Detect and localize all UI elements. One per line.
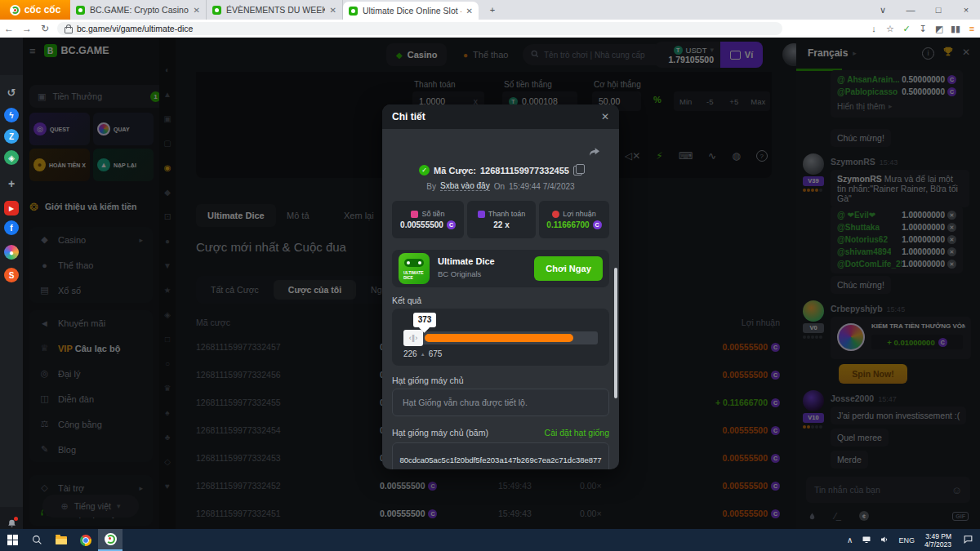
play-now-button[interactable]: Chơi Ngay <box>534 256 603 281</box>
page: ↺ ϟ Z ◈ + ▶ f ● S ≡ B BC.GAME <box>0 38 980 529</box>
bet-id-value: 126811159977332455 <box>480 166 569 176</box>
modal-header: Chi tiết ✕ <box>382 104 619 129</box>
sports-ball-icon[interactable]: ● <box>4 245 19 260</box>
copy-icon[interactable] <box>573 166 582 176</box>
shop-icon[interactable]: S <box>4 268 19 282</box>
reload-icon[interactable]: ↻ <box>36 23 54 34</box>
download-tray-icon[interactable]: ↧ <box>915 24 931 34</box>
taskbar-clock[interactable]: 3:49 PM 4/7/2023 <box>924 532 951 549</box>
extensions-icon[interactable]: ◩ <box>931 24 947 34</box>
windows-taskbar: ∧ ENG 3:49 PM 4/7/2023 <box>0 529 980 551</box>
close-tab-icon[interactable]: ✕ <box>330 6 336 15</box>
bet-id-row: ✓ Mã Cược: 126811159977332455 <box>382 165 619 176</box>
bet-details-modal: Chi tiết ✕ ✓ Mã Cược: 126811159977332455… <box>382 104 619 469</box>
action-center-icon[interactable] <box>963 534 973 546</box>
url-text: bc.game/vi/game/ultimate-dice <box>77 24 193 33</box>
coin-icon: C <box>447 220 456 229</box>
on-label: On <box>494 182 505 191</box>
browser-tab-3-active[interactable]: Ultimate Dice Online Slot - P ✕ <box>343 2 479 20</box>
bookmark-star-icon[interactable]: ☆ <box>882 24 898 34</box>
file-explorer-button[interactable] <box>49 529 74 551</box>
volume-icon[interactable] <box>880 535 889 546</box>
maximize-button[interactable]: □ <box>924 0 952 20</box>
result-box: 373 ‹∥› 226 ▲ 675 <box>392 309 609 366</box>
browser-tab-2[interactable]: ÉVÈNEMENTS DU WEEK-END ✕ <box>207 0 343 20</box>
money-icon <box>411 211 418 218</box>
start-button[interactable] <box>0 529 24 551</box>
browser-tab-1[interactable]: BC.GAME: Crypto Casino Gam ✕ <box>70 0 207 20</box>
url-field[interactable]: bc.game/vi/game/ultimate-dice <box>57 22 782 35</box>
minimize-button[interactable]: — <box>897 0 924 20</box>
bet-meta-row: By Ѕxba vào đây On 15:49:44 7/4/2023 <box>382 181 619 191</box>
bcgame-favicon <box>76 6 85 15</box>
games-icon[interactable]: ◈ <box>4 150 19 165</box>
tray-expand-icon[interactable]: ∧ <box>847 535 853 544</box>
messenger-icon[interactable]: ϟ <box>4 108 19 122</box>
range-tick: ▲ <box>421 352 425 357</box>
server-seed-label: Hạt giống máy chủ <box>392 375 464 385</box>
address-bar: ← → ↻ bc.game/vi/game/ultimate-dice ↓ ☆ … <box>0 20 980 38</box>
bcgame-favicon <box>212 6 221 15</box>
result-label: Kết quả <box>392 295 421 305</box>
lock-icon <box>65 27 73 33</box>
stat-payout: Thanh toán 22 x <box>467 201 536 238</box>
tray-date: 4/7/2023 <box>924 540 951 549</box>
coccoc-side-rail: ↺ ϟ Z ◈ + ▶ f ● S <box>0 75 23 507</box>
stats-icon[interactable]: ▮▮ <box>947 24 964 34</box>
browser-menu-icon[interactable]: ≡ <box>964 24 980 33</box>
card-icon <box>478 211 485 218</box>
taskbar-search-button[interactable] <box>24 529 49 551</box>
network-icon[interactable] <box>862 535 871 546</box>
bet-id-label: Mã Cược: <box>434 166 476 176</box>
tab-search-icon[interactable]: ∨ <box>869 0 897 20</box>
notification-dot <box>14 517 18 521</box>
tray-time: 3:49 PM <box>925 532 951 540</box>
facebook-icon[interactable]: f <box>4 220 19 235</box>
modal-scrollbar[interactable] <box>614 268 617 398</box>
bettor-name[interactable]: Ѕxba vào đây <box>440 181 490 191</box>
forward-icon[interactable]: → <box>18 23 36 34</box>
coccoc-brand-button[interactable]: cốc cốc <box>0 0 70 20</box>
bcgame-favicon <box>349 7 358 16</box>
close-modal-icon[interactable]: ✕ <box>601 111 609 122</box>
browser-tabstrip: cốc cốc BC.GAME: Crypto Casino Gam ✕ ÉVÈ… <box>0 0 980 20</box>
range-values: 226 ▲ 675 <box>403 349 442 358</box>
chrome-button[interactable] <box>74 529 98 551</box>
history-icon[interactable]: ↺ <box>4 85 19 100</box>
stat-profit: Lợi nhuận 0.11666700C <box>539 201 609 238</box>
language-indicator[interactable]: ENG <box>898 536 915 544</box>
coccoc-logo-icon <box>10 5 20 16</box>
seed-settings-link[interactable]: Cài đặt hạt giống <box>545 428 609 438</box>
close-window-button[interactable]: × <box>952 0 980 20</box>
download-icon[interactable]: ↓ <box>866 24 882 33</box>
folder-icon <box>56 536 67 544</box>
result-value-badge: 373 <box>413 313 436 327</box>
coccoc-taskbar-button-active[interactable] <box>98 529 122 551</box>
youtube-icon[interactable]: ▶ <box>4 201 19 216</box>
server-seed-box: Hạt Giống vẫn chưa được tiết lộ. <box>392 389 609 416</box>
game-name: Ultimate Dice <box>438 256 495 266</box>
seed-hash-label: Hạt giống máy chủ (băm) <box>392 428 488 438</box>
search-icon <box>32 535 42 545</box>
by-label: By <box>426 182 436 191</box>
game-card: ULTIMATEDICE Ultimate Dice BC Originals … <box>392 250 609 287</box>
chrome-icon <box>80 535 91 546</box>
windows-logo-icon <box>7 535 18 545</box>
shield-icon[interactable]: ✓ <box>898 24 915 34</box>
game-provider[interactable]: BC Originals <box>438 269 481 278</box>
back-icon[interactable]: ← <box>0 23 18 34</box>
new-tab-button[interactable]: + <box>479 0 506 20</box>
coccoc-logo-icon <box>105 533 117 545</box>
bet-datetime: 15:49:44 7/4/2023 <box>509 182 575 191</box>
range-low: 226 <box>403 349 417 358</box>
slider-range-fill <box>425 334 573 342</box>
add-shortcut-icon[interactable]: + <box>4 176 19 191</box>
share-icon[interactable] <box>588 145 601 162</box>
coin-icon: C <box>593 220 602 229</box>
brand-label: cốc cốc <box>24 4 61 16</box>
close-tab-icon[interactable]: ✕ <box>466 7 473 16</box>
zalo-icon[interactable]: Z <box>4 129 19 144</box>
slider-handle[interactable]: ‹∥› <box>403 330 423 346</box>
close-tab-icon[interactable]: ✕ <box>194 6 200 15</box>
range-high: 675 <box>429 349 443 358</box>
